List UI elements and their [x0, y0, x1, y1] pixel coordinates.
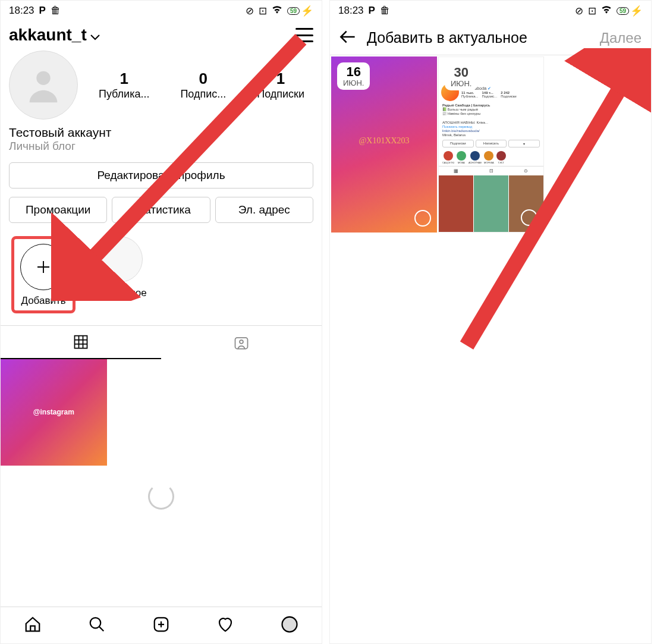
promo-button[interactable]: Промоакции: [9, 197, 107, 223]
date-badge: 16 ИЮН.: [337, 62, 370, 90]
trash-icon: 🗑: [51, 5, 61, 17]
stats-row: 1 Публика... 0 Подпис... 1 Подписки: [1, 48, 322, 124]
story-mention: @X101XX203: [359, 136, 409, 146]
status-time: 18:23: [338, 5, 364, 17]
back-icon[interactable]: [339, 30, 356, 46]
post-thumbnail[interactable]: @instagram: [1, 359, 107, 466]
grid-icon: [73, 334, 89, 350]
home-icon[interactable]: [24, 615, 42, 636]
status-time: 18:23: [9, 5, 34, 17]
bottom-nav: [1, 607, 322, 643]
svg-point-0: [36, 71, 50, 85]
profile-icon[interactable]: [281, 615, 298, 636]
dnd-icon: ⊘: [575, 5, 583, 17]
screen-title: Добавить в актуальное: [367, 29, 589, 46]
activity-icon[interactable]: [216, 615, 234, 636]
battery-box-icon: ⊡: [259, 5, 267, 17]
loading-spinner: [1, 466, 322, 527]
email-button[interactable]: Эл. адрес: [215, 197, 313, 223]
tag-person-icon: [233, 334, 250, 351]
highlights-row: Добавить Актуальное: [1, 225, 322, 319]
edit-profile-button[interactable]: Редактировать профиль: [9, 162, 313, 189]
profile-tabs: [1, 325, 322, 359]
svg-point-3: [90, 617, 101, 628]
display-name: Тестовый аккаунт: [9, 125, 313, 140]
add-post-icon[interactable]: [152, 615, 170, 636]
add-highlight[interactable]: Добавить: [20, 244, 67, 307]
svg-point-2: [240, 340, 243, 344]
menu-icon[interactable]: [295, 28, 313, 42]
p-icon: P: [369, 5, 375, 17]
plus-icon: [34, 258, 52, 276]
stats-button[interactable]: Статистика: [112, 197, 210, 223]
dnd-icon: ⊘: [246, 5, 254, 17]
grid-tab[interactable]: [1, 326, 161, 359]
trash-icon: 🗑: [380, 5, 390, 17]
battery-icon: 59 ⚡: [617, 5, 643, 17]
add-highlight-callout: Добавить: [11, 236, 76, 313]
highlight-header: Добавить в актуальное Далее: [330, 21, 651, 55]
category: Личный блог: [9, 140, 313, 153]
story-thumbnail[interactable]: 30 ИЮН. radiosvaboda ✔ 11 тыс.Публика...…: [438, 56, 544, 233]
battery-box-icon: ⊡: [588, 5, 596, 17]
tagged-tab[interactable]: [161, 326, 322, 359]
right-screen: 18:23 P 🗑 ⊘ ⊡ 59 ⚡ Добавить в актуальное…: [329, 0, 652, 644]
bio-section: Тестовый аккаунт Личный блог: [1, 124, 322, 160]
date-badge: 30 ИЮН.: [445, 63, 477, 90]
wifi-icon: [601, 5, 612, 17]
left-screen: 18:23 P 🗑 ⊘ ⊡ 59 ⚡ akkaunt_t: [0, 0, 322, 644]
profile-header: akkaunt_t: [1, 21, 322, 48]
wifi-icon: [272, 5, 282, 17]
status-bar: 18:23 P 🗑 ⊘ ⊡ 59 ⚡: [330, 1, 651, 21]
svg-point-5: [282, 617, 297, 632]
story-thumbnail[interactable]: 16 ИЮН. @X101XX203: [331, 56, 437, 233]
status-bar: 18:23 P 🗑 ⊘ ⊡ 59 ⚡: [1, 1, 322, 21]
username-text: akkaunt_t: [9, 26, 87, 45]
select-indicator: [521, 209, 537, 226]
followers-stat[interactable]: 0 Подпис...: [180, 70, 226, 100]
avatar[interactable]: [9, 51, 78, 120]
search-icon[interactable]: [88, 615, 106, 636]
stories-selector: 16 ИЮН. @X101XX203 30 ИЮН. radiosvaboda …: [330, 55, 651, 234]
next-button[interactable]: Далее: [600, 30, 642, 46]
chevron-down-icon: [90, 26, 100, 45]
battery-icon: 59 ⚡: [287, 5, 313, 17]
posts-stat[interactable]: 1 Публика...: [99, 70, 149, 100]
posts-grid: @instagram: [1, 359, 322, 466]
select-indicator: [414, 210, 431, 227]
following-stat[interactable]: 1 Подписки: [257, 70, 304, 100]
p-icon: P: [39, 5, 46, 17]
username-dropdown[interactable]: akkaunt_t: [9, 26, 100, 45]
highlight-item[interactable]: Актуальное: [92, 236, 147, 313]
